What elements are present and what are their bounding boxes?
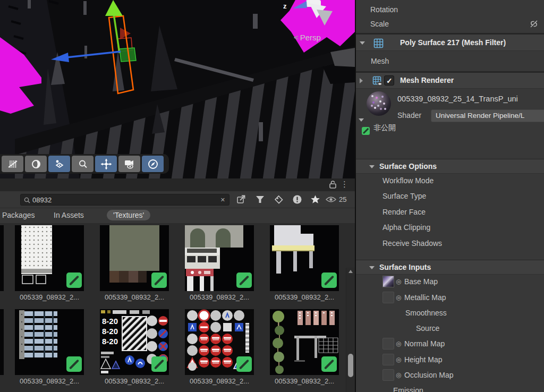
modified-badge: [236, 272, 252, 288]
asset-tile-partial: [0, 309, 4, 375]
camera-preview-button[interactable]: [118, 156, 140, 172]
open-new-window-icon[interactable]: [236, 194, 247, 205]
asset-label: 005339_08932_2...: [100, 293, 169, 301]
receive-shadows-label: Receive Shadows: [382, 239, 442, 248]
eye-icon[interactable]: [326, 195, 336, 203]
modified-badge: [151, 356, 167, 372]
scene-toolbar: [0, 154, 169, 174]
emission-label: Emission: [393, 386, 423, 392]
modified-badge: [151, 272, 167, 288]
tab-in-assets[interactable]: In Assets: [54, 211, 84, 219]
move-tool-button[interactable]: [95, 156, 117, 172]
favorites-icon[interactable]: [310, 194, 321, 205]
scene-search-button[interactable]: [72, 156, 94, 172]
object-picker-icon[interactable]: [396, 356, 401, 363]
scale-label: Scale: [370, 20, 389, 28]
material-foldout-icon[interactable]: [359, 118, 364, 122]
scrollbar-thumb[interactable]: [348, 354, 353, 377]
constrain-proportions-icon[interactable]: [529, 19, 539, 29]
object-picker-icon[interactable]: [396, 371, 401, 379]
shading-mode-button[interactable]: [25, 156, 47, 172]
filter-by-label-icon[interactable]: [273, 194, 284, 205]
surface-options-header[interactable]: Surface Options: [356, 159, 544, 174]
gizmos-icon: [54, 158, 65, 170]
asset-tile[interactable]: 005339_08932_2...: [100, 225, 169, 301]
occlusion-map-label: Occlusion Map: [404, 371, 454, 379]
asset-label: 005339_08932_2...: [100, 377, 169, 385]
scroll-up-icon[interactable]: [348, 270, 353, 273]
normal-map-label: Normal Map: [404, 339, 445, 348]
kebab-menu-icon[interactable]: [341, 180, 348, 189]
tab-packages[interactable]: Packages: [2, 211, 35, 219]
compass-icon: [147, 158, 159, 170]
camera-icon: [123, 158, 136, 170]
workflow-mode-label: Workflow Mode: [382, 176, 434, 185]
svg-text:8-20: 8-20: [102, 327, 118, 336]
base-map-label: Base Map: [404, 277, 438, 286]
asset-tile-partial: [0, 225, 4, 291]
asset-tile[interactable]: 005339_08932_2...: [185, 309, 254, 385]
project-panel: 08932 25 Packages In Assets 'Textures': [0, 178, 355, 392]
mesh-filter-icon: [373, 38, 384, 48]
mesh-renderer-header[interactable]: Mesh Renderer: [356, 72, 544, 89]
lock-icon[interactable]: [329, 180, 337, 191]
object-picker-icon[interactable]: [396, 340, 401, 347]
perspective-toggle[interactable]: < Persp: [294, 33, 321, 42]
height-map-slot[interactable]: [382, 354, 394, 365]
search-input[interactable]: 08932: [20, 194, 230, 206]
search-scope-tabs: Packages In Assets 'Textures': [0, 208, 355, 223]
modified-badge: [321, 356, 337, 372]
object-picker-icon[interactable]: [396, 294, 401, 301]
warning-filter-icon[interactable]: [292, 194, 303, 205]
modified-badge: [66, 356, 82, 372]
normal-map-slot[interactable]: [382, 338, 394, 350]
svg-text:8-20: 8-20: [102, 317, 118, 326]
asset-tile[interactable]: 8-20 8-20 8-20: [100, 309, 169, 385]
visibility-badge-icon[interactable]: [362, 127, 370, 135]
grid-snap-button[interactable]: [2, 156, 23, 172]
modified-badge: [66, 272, 82, 288]
asset-tile[interactable]: 005339_08932_2...: [270, 309, 339, 385]
asset-tile[interactable]: 005339_08932_2...: [15, 309, 84, 385]
source-label: Source: [416, 324, 439, 333]
mesh-renderer-icon: [372, 76, 383, 87]
surface-inputs-header[interactable]: Surface Inputs: [356, 260, 544, 275]
metallic-map-slot[interactable]: [382, 292, 394, 303]
base-map-thumbnail[interactable]: [382, 276, 394, 287]
height-map-label: Height Map: [404, 355, 443, 364]
compass-button[interactable]: [142, 156, 164, 172]
foldout-icon[interactable]: [369, 266, 375, 269]
tab-textures[interactable]: 'Textures': [107, 210, 150, 220]
project-search-row: 08932 25: [0, 191, 355, 208]
svg-text:8-20: 8-20: [102, 337, 118, 346]
enabled-checkbox[interactable]: [384, 75, 394, 86]
mesh-filter-header[interactable]: Poly Surface 217 (Mesh Filter): [356, 34, 544, 51]
grid-snap-icon: [7, 158, 19, 170]
move-tool-icon: [100, 158, 112, 170]
asset-label: 005339_08932_2...: [185, 293, 254, 301]
shading-mode-icon: [30, 158, 42, 170]
search-icon: [77, 158, 89, 170]
gizmo-z-label[interactable]: z: [283, 2, 287, 10]
scene-view[interactable]: z < Persp: [0, 0, 355, 178]
vertical-scrollbar[interactable]: [346, 268, 355, 392]
gizmos-toggle-button[interactable]: [48, 156, 70, 172]
filter-by-type-icon[interactable]: [254, 194, 266, 205]
hidden-results-count: 25: [339, 195, 346, 203]
shader-dropdown[interactable]: Universal Render Pipeline/L: [431, 109, 544, 122]
asset-tile[interactable]: 005339_08932_2...: [270, 225, 339, 301]
material-preview-sphere[interactable]: [367, 91, 391, 116]
clear-search-icon[interactable]: [220, 195, 225, 203]
foldout-icon[interactable]: [360, 78, 363, 83]
asset-label: 005339_08932_2...: [270, 377, 339, 385]
object-picker-icon[interactable]: [396, 278, 401, 285]
asset-tile[interactable]: 005339_08932_2...: [185, 225, 254, 301]
foldout-icon[interactable]: [360, 41, 365, 45]
asset-grid: 005339_08932_2... 005339_08932_2...: [0, 223, 355, 392]
occlusion-map-slot[interactable]: [382, 369, 394, 381]
asset-label: 005339_08932_2...: [15, 293, 84, 301]
asset-tile[interactable]: 005339_08932_2...: [15, 225, 84, 301]
alpha-clipping-label: Alpha Clipping: [382, 223, 430, 232]
foldout-icon[interactable]: [369, 165, 375, 168]
render-face-label: Render Face: [382, 208, 426, 216]
